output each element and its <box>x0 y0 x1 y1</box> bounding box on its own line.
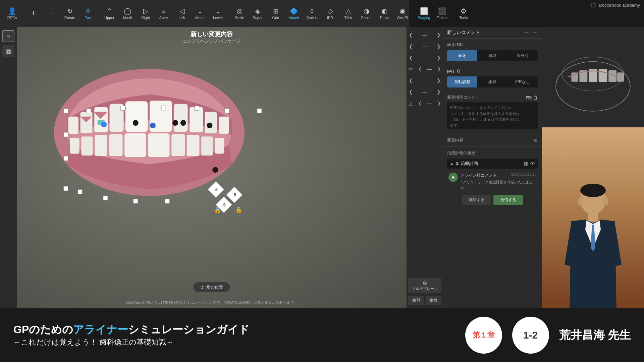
dental-scene[interactable]: .5 .5 .5 🔒 <box>17 27 407 308</box>
ipr-gear-icon[interactable]: ⚙ <box>457 68 461 74</box>
tool-tma[interactable]: △ TMA <box>339 2 357 25</box>
left-arrow-5[interactable]: ❮ <box>409 78 413 83</box>
tool-mand[interactable]: ⌄ Mand <box>191 2 209 25</box>
tool-grid[interactable]: ⊞ Grid <box>267 2 284 25</box>
tool-erupt-label: Erupt <box>380 16 389 20</box>
svg-rect-6 <box>125 101 148 132</box>
grid-view-icon[interactable]: ▦ <box>524 161 528 166</box>
tab-maintain[interactable]: 維持 <box>477 76 507 87</box>
sidebar-grid-btn[interactable]: ▦ <box>2 45 14 57</box>
tool-smile[interactable]: ◎ Smile <box>231 2 248 25</box>
svg-rect-8 <box>174 104 188 132</box>
left-arrow-1[interactable]: ❮ <box>409 32 413 38</box>
dash-1: — <box>423 32 427 38</box>
chapter-label: 第１章 <box>473 330 495 340</box>
left-arrow-6[interactable]: ❮ <box>409 89 413 95</box>
crown-button[interactable]: 歯冠 <box>408 296 424 305</box>
tool-anter[interactable]: ≡ Anter <box>155 2 172 25</box>
tool-occ-pi[interactable]: ◉ Occ Pi <box>394 2 411 25</box>
right-arrow-2[interactable]: ❯ <box>437 44 441 49</box>
right-arrow-5[interactable]: ❯ <box>437 78 441 83</box>
tool-attach[interactable]: 🔷 Attach <box>285 2 303 25</box>
plan-header[interactable]: ▲ 3. 治療計画 ▦ 👁 <box>447 159 538 169</box>
tool-recs-label: RECs <box>7 16 17 20</box>
henkou-refresh-icon[interactable]: ↻ <box>534 138 538 143</box>
tool-super[interactable]: ◈ Super <box>249 2 266 25</box>
comment-section-header: 変更指示コメント 📷 🗑 <box>447 95 538 100</box>
ipr-header: IPR ⚙ <box>447 68 538 74</box>
tool-tables[interactable]: ⬛ Tables <box>433 2 451 25</box>
comment-section-label: 変更指示コメント <box>447 95 479 100</box>
left-arrow-2[interactable]: ❮ <box>409 44 413 49</box>
right-arrow-7[interactable]: ❯ <box>437 101 441 106</box>
right-arrow-1[interactable]: ❯ <box>437 32 441 38</box>
tool-smile-label: Smile <box>235 16 244 20</box>
reset-icon: ↺ <box>200 285 204 290</box>
camera-icon[interactable]: 📷 <box>526 95 532 100</box>
tool-staging[interactable]: ⬜ Staging <box>415 2 433 25</box>
slider-row-6: ❮ — ❯ <box>408 86 441 97</box>
eye-icon[interactable]: 👁 <box>530 161 535 166</box>
tool-grid-label: Grid <box>272 16 279 20</box>
tool-left[interactable]: ◁ Left <box>173 2 191 25</box>
sidebar-grid-icon: ▦ <box>6 48 11 54</box>
left-arrow-7[interactable]: ❮ <box>418 101 422 106</box>
henkou-section: 変更内容 ↻ <box>443 134 542 147</box>
tma-icon: △ <box>346 7 351 15</box>
tool-rotate[interactable]: ↻ Rotate <box>61 2 78 25</box>
left-arrow-4[interactable]: ❮ <box>418 67 422 71</box>
tool-pontic-label: Pontic <box>361 16 372 20</box>
change-comment-textarea[interactable] <box>447 102 538 129</box>
tab-tooth[interactable]: 歯牙 <box>447 50 477 61</box>
panel-title: 新しいコメント <box>447 29 480 36</box>
comment-avatar: A <box>448 173 458 182</box>
delete-button[interactable]: 削除する <box>462 195 491 205</box>
pan-icon: ✛ <box>85 7 91 15</box>
reset-position-button[interactable]: ↺ 元の位置 <box>194 282 230 292</box>
grid-icon: ⊞ <box>273 7 279 15</box>
occlus-icon: ◊ <box>310 7 314 15</box>
tool-maxil[interactable]: ◯ Maxil <box>119 2 136 25</box>
right-arrow-6[interactable]: ❯ <box>437 89 441 95</box>
occ-pi-icon: ◉ <box>400 7 406 15</box>
zoom-in-icon: + <box>32 9 36 17</box>
doctorbook-header: ⬡ Doctorbook academy <box>542 0 644 10</box>
send-button[interactable]: 送信する <box>493 195 523 205</box>
svg-rect-9 <box>190 107 203 132</box>
left-arrow-3[interactable]: ❮ <box>409 55 413 60</box>
tool-pontic[interactable]: ◑ Pontic <box>358 2 375 25</box>
forward-icon[interactable]: → <box>532 29 538 36</box>
delete-comment-icon[interactable]: 🗑 <box>533 95 538 100</box>
zoom-out-icon: − <box>50 9 54 17</box>
tab-auto-adjust[interactable]: 自動調整 <box>447 76 477 87</box>
tab-no-ipr[interactable]: IPRなし <box>507 76 538 87</box>
tool-right-label: Right <box>141 16 150 20</box>
viewport-title: 新しい変更内容 <box>17 30 407 38</box>
tool-erupt[interactable]: ◐ Erupt <box>376 2 393 25</box>
tab-arch[interactable]: 歯列弓 <box>507 50 538 61</box>
sidebar-oval-btn[interactable]: ○ <box>2 30 14 42</box>
right-arrow-4[interactable]: ❯ <box>437 67 441 71</box>
tool-ipr[interactable]: ◇ IPR <box>321 2 339 25</box>
tool-right[interactable]: ▷ Right <box>137 2 154 25</box>
tab-function[interactable]: 機能 <box>477 50 507 61</box>
tool-tools[interactable]: ⚙ Tools <box>455 2 472 25</box>
tool-zoom-in[interactable]: + <box>25 2 42 25</box>
tool-tools-label: Tools <box>459 16 468 20</box>
root-button[interactable]: 歯根 <box>426 296 442 305</box>
tool-lower[interactable]: ⌄ Lower <box>209 2 227 25</box>
right-arrow-3[interactable]: ❯ <box>437 55 441 60</box>
back-icon[interactable]: ← <box>524 29 530 36</box>
tool-recs[interactable]: 👤 RECs <box>3 2 21 25</box>
tool-upper[interactable]: ⌃ Upper <box>101 2 118 25</box>
tool-occlus[interactable]: ◊ Occlus <box>303 2 321 25</box>
ipr-tabs: 自動調整 維持 IPRなし <box>447 76 538 87</box>
slider-row-3: ❮ — ❯ <box>408 52 441 63</box>
multi-plane-button[interactable]: ⊕ マルチプレーン <box>408 278 441 293</box>
tool-zoom-out[interactable]: − <box>43 2 60 25</box>
slider-7-icon: △ <box>409 101 413 106</box>
presenter-name: 荒井昌海 先生 <box>559 327 631 343</box>
collapse-icon: ▲ <box>450 161 454 166</box>
multi-plane-icon: ⊕ <box>410 280 439 286</box>
tool-pan[interactable]: ✛ Pan <box>79 2 97 25</box>
